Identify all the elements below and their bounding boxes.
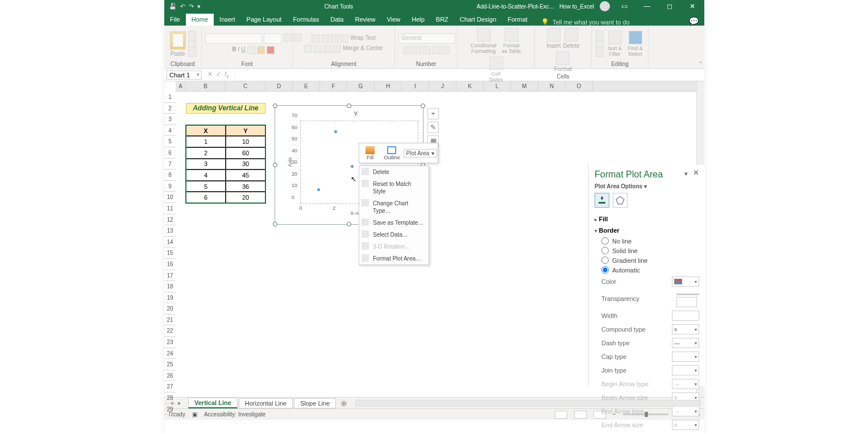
pane-subtitle[interactable]: Plot Area Options ▾ <box>595 183 699 189</box>
rowhead-26[interactable]: 26 <box>164 370 176 382</box>
colhead-L[interactable]: L <box>484 81 511 91</box>
rowhead-25[interactable]: 25 <box>164 359 176 370</box>
cell-x-3[interactable]: 3 <box>186 159 226 170</box>
rowhead-13[interactable]: 13 <box>164 225 176 237</box>
rowhead-8[interactable]: 8 <box>164 170 176 181</box>
prop-compound[interactable]: Compound type≡▾ <box>595 323 699 336</box>
rowhead-6[interactable]: 6 <box>164 147 176 159</box>
view-page-layout-icon[interactable] <box>574 411 587 419</box>
increase-font-icon[interactable] <box>284 34 292 42</box>
prop-dash[interactable]: Dash type—▾ <box>595 336 699 350</box>
add-sheet-icon[interactable]: ⊕ <box>336 399 352 408</box>
effects-tab-icon[interactable] <box>613 193 628 208</box>
sheet-tab-slope-line[interactable]: Slope Line <box>294 398 336 408</box>
rowhead-23[interactable]: 23 <box>164 337 176 348</box>
rowhead-12[interactable]: 12 <box>164 214 176 226</box>
cell-x-2[interactable]: 2 <box>186 147 226 159</box>
tab-home[interactable]: Home <box>186 14 214 26</box>
rowhead-9[interactable]: 9 <box>164 181 176 192</box>
cut-icon[interactable] <box>188 31 196 39</box>
mini-outline-button[interactable]: Outline <box>381 143 402 163</box>
account-name[interactable]: How to_Excel <box>559 3 594 10</box>
border-automatic[interactable]: Automatic <box>595 265 699 275</box>
cell-y-2[interactable]: 60 <box>226 147 265 159</box>
paste-button[interactable]: Paste <box>170 31 186 57</box>
rowhead-16[interactable]: 16 <box>164 259 176 270</box>
chart-styles-button[interactable]: ✎ <box>427 122 439 133</box>
colhead-I[interactable]: I <box>402 81 429 91</box>
tab-file[interactable]: File <box>164 14 186 26</box>
chart-element-selector[interactable]: Plot Area▾ <box>403 143 438 163</box>
rowhead-18[interactable]: 18 <box>164 281 176 292</box>
prop-transparency[interactable]: Transparency <box>595 288 699 309</box>
data-point[interactable] <box>317 188 320 191</box>
colhead-D[interactable]: D <box>265 81 293 91</box>
ctx-change-chart-type[interactable]: Change Chart Type… <box>359 197 429 217</box>
enter-formula-icon[interactable]: ✓ <box>216 71 221 79</box>
data-point[interactable] <box>334 130 337 133</box>
cell-y-3[interactable]: 30 <box>226 159 265 170</box>
bold-button[interactable]: B <box>232 46 236 54</box>
percent-icon[interactable] <box>413 46 421 54</box>
format-as-table-button[interactable]: Format as Table <box>500 28 523 54</box>
cells-format-button[interactable]: Format <box>554 51 572 72</box>
tab-format[interactable]: Format <box>502 14 533 26</box>
colhead-E[interactable]: E <box>293 81 320 91</box>
tab-insert[interactable]: Insert <box>214 14 241 26</box>
section-fill[interactable]: Fill <box>595 213 699 225</box>
indent-icon[interactable] <box>333 45 341 53</box>
rowhead-29[interactable]: 29 <box>164 404 176 415</box>
align-top-icon[interactable] <box>312 35 319 43</box>
tab-data[interactable]: Data <box>325 14 349 26</box>
cell-y-5[interactable]: 36 <box>226 181 265 192</box>
colhead-A[interactable]: A <box>176 81 186 91</box>
fill-line-tab-icon[interactable] <box>595 193 609 208</box>
number-format-select[interactable]: General <box>398 34 455 44</box>
cell-y-1[interactable]: 10 <box>226 136 265 147</box>
increase-decimal-icon[interactable] <box>433 46 441 54</box>
chart-handle[interactable] <box>347 104 351 108</box>
prop-cap[interactable]: Cap type▾ <box>595 350 699 363</box>
italic-button[interactable]: I <box>238 46 240 54</box>
sheet-tab-vertical-line[interactable]: Vertical Line <box>188 398 238 408</box>
chart-add-element-button[interactable]: + <box>427 108 439 119</box>
align-bottom-icon[interactable] <box>331 35 339 43</box>
colhead-K[interactable]: K <box>456 81 484 91</box>
rowhead-5[interactable]: 5 <box>164 136 176 147</box>
rowhead-7[interactable]: 7 <box>164 159 176 170</box>
view-normal-icon[interactable] <box>555 411 567 419</box>
header-y[interactable]: Y <box>226 125 265 137</box>
rowhead-28[interactable]: 28 <box>164 392 176 404</box>
pane-options-icon[interactable]: ▾ <box>684 170 688 177</box>
colhead-B[interactable]: B <box>186 81 226 91</box>
ctx-select-data[interactable]: Select Data… <box>359 229 429 241</box>
font-size-select[interactable] <box>264 34 282 44</box>
tab-help[interactable]: Help <box>406 14 430 26</box>
data-point[interactable] <box>351 165 354 168</box>
ctx-delete[interactable]: Delete <box>359 166 429 178</box>
border-gradient-line[interactable]: Gradient line <box>595 255 699 265</box>
cells-delete-button[interactable]: Delete <box>563 28 580 49</box>
clear-icon[interactable] <box>596 49 604 57</box>
avatar[interactable] <box>600 1 610 11</box>
colhead-F[interactable]: F <box>320 81 347 91</box>
redo-icon[interactable]: ↷ <box>189 3 194 10</box>
cell-y-6[interactable]: 20 <box>226 192 265 203</box>
rowhead-20[interactable]: 20 <box>164 303 176 315</box>
rowhead-14[interactable]: 14 <box>164 237 176 248</box>
font-name-select[interactable] <box>205 34 262 44</box>
macro-record-icon[interactable]: ▣ <box>192 411 197 418</box>
pane-close-icon[interactable]: ✕ <box>693 168 699 177</box>
colhead-G[interactable]: G <box>347 81 375 91</box>
header-x[interactable]: X <box>186 125 226 137</box>
cell-x-4[interactable]: 4 <box>186 170 226 181</box>
colhead-N[interactable]: N <box>538 81 566 91</box>
border-no-line[interactable]: No line <box>595 236 699 246</box>
chart-handle[interactable] <box>421 104 425 108</box>
sheet-nav-next-icon[interactable]: ▸ <box>178 399 181 407</box>
align-left-icon[interactable] <box>304 45 312 53</box>
cell-x-6[interactable]: 6 <box>186 192 226 203</box>
cells-insert-button[interactable]: Insert <box>547 28 561 49</box>
sort-filter-button[interactable]: Sort & Filter <box>606 31 624 57</box>
accessibility-status[interactable]: Accessibility: Investigate <box>204 411 265 418</box>
